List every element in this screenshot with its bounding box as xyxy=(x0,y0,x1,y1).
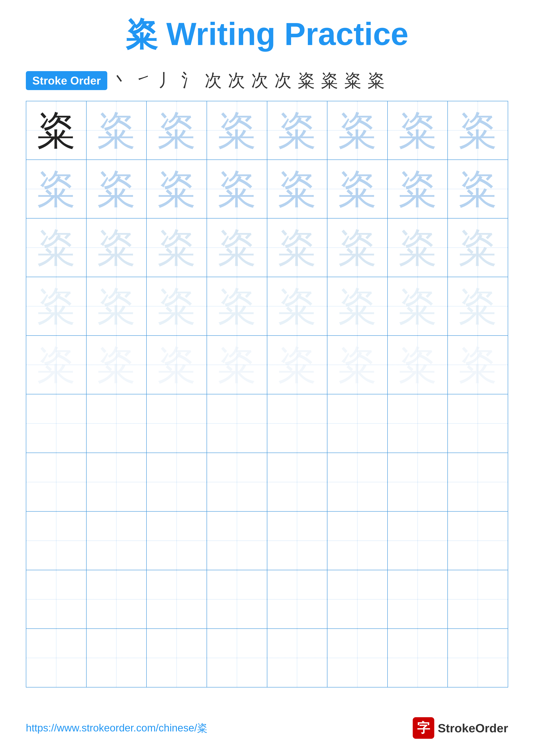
grid-cell[interactable]: 粢 xyxy=(207,101,267,159)
footer-url[interactable]: https://www.strokeorder.com/chinese/粢 xyxy=(26,721,207,735)
title-text: Writing Practice xyxy=(158,16,408,52)
grid-cell[interactable]: 粢 xyxy=(327,336,388,394)
grid-cell[interactable] xyxy=(26,394,87,452)
grid-cell[interactable]: 粢 xyxy=(448,336,508,394)
grid-cell[interactable]: 粢 xyxy=(207,219,267,277)
grid-cell[interactable]: 粢 xyxy=(87,336,147,394)
grid-cell[interactable]: 粢 xyxy=(87,101,147,159)
stroke-order-chars: 丶 ㇀ 丿 氵 次 次 次 次 粢 粢 粢 粢 xyxy=(112,69,385,92)
grid-cell[interactable]: 粢 xyxy=(267,277,328,335)
grid-cell[interactable]: 粢 xyxy=(147,101,207,159)
grid-cell[interactable]: 粢 xyxy=(207,277,267,335)
grid-cell[interactable]: 粢 xyxy=(388,219,448,277)
grid-cell[interactable]: 粢 xyxy=(26,160,87,218)
practice-char: 粢 xyxy=(338,111,377,150)
grid-cell[interactable]: 粢 xyxy=(327,160,388,218)
grid-cell[interactable]: 粢 xyxy=(87,277,147,335)
grid-cell[interactable] xyxy=(267,629,328,687)
grid-cell[interactable]: 粢 xyxy=(87,160,147,218)
grid-cell[interactable]: 粢 xyxy=(388,160,448,218)
grid-cell[interactable] xyxy=(26,629,87,687)
grid-cell[interactable]: 粢 xyxy=(87,219,147,277)
grid-cell[interactable]: 粢 xyxy=(26,336,87,394)
grid-cell[interactable] xyxy=(448,512,508,570)
grid-cell[interactable]: 粢 xyxy=(147,219,207,277)
grid-cell[interactable]: 粢 xyxy=(388,101,448,159)
grid-cell[interactable] xyxy=(207,570,267,629)
grid-cell[interactable]: 粢 xyxy=(207,336,267,394)
practice-char: 粢 xyxy=(398,287,437,326)
grid-cell[interactable]: 粢 xyxy=(26,219,87,277)
grid-cell[interactable] xyxy=(147,570,207,629)
grid-cell[interactable] xyxy=(327,394,388,452)
grid-cell[interactable] xyxy=(448,629,508,687)
grid-cell[interactable]: 粢 xyxy=(267,101,328,159)
grid-cell[interactable] xyxy=(267,453,328,511)
grid-cell[interactable]: 粢 xyxy=(267,160,328,218)
grid-cell[interactable] xyxy=(388,453,448,511)
practice-char: 粢 xyxy=(37,345,76,384)
grid-cell[interactable] xyxy=(87,512,147,570)
grid-row-2: 粢 粢 粢 粢 粢 粢 粢 粢 xyxy=(26,160,508,219)
grid-cell[interactable] xyxy=(147,453,207,511)
grid-cell[interactable]: 粢 xyxy=(448,219,508,277)
grid-cell[interactable]: 粢 xyxy=(147,277,207,335)
grid-cell[interactable]: 粢 xyxy=(327,277,388,335)
grid-cell[interactable] xyxy=(327,570,388,629)
practice-char: 粢 xyxy=(458,287,497,326)
practice-char: 粢 xyxy=(278,345,317,384)
practice-char: 粢 xyxy=(157,228,196,267)
grid-cell[interactable] xyxy=(327,629,388,687)
grid-cell[interactable] xyxy=(267,570,328,629)
grid-cell[interactable] xyxy=(26,453,87,511)
grid-cell[interactable] xyxy=(87,453,147,511)
grid-cell[interactable] xyxy=(327,453,388,511)
grid-cell[interactable] xyxy=(388,394,448,452)
practice-char: 粢 xyxy=(278,170,317,208)
grid-cell[interactable]: 粢 xyxy=(448,277,508,335)
grid-cell[interactable] xyxy=(327,512,388,570)
grid-cell[interactable] xyxy=(388,629,448,687)
practice-char: 粢 xyxy=(458,345,497,384)
grid-cell[interactable]: 粢 xyxy=(147,336,207,394)
grid-cell[interactable] xyxy=(87,394,147,452)
stroke-3: 丿 xyxy=(158,69,175,92)
grid-cell[interactable] xyxy=(448,453,508,511)
grid-cell[interactable] xyxy=(26,570,87,629)
grid-cell[interactable]: 粢 xyxy=(267,219,328,277)
grid-cell[interactable] xyxy=(267,512,328,570)
grid-cell[interactable] xyxy=(207,394,267,452)
grid-cell[interactable]: 粢 xyxy=(388,336,448,394)
grid-cell[interactable]: 粢 xyxy=(26,101,87,159)
grid-cell[interactable] xyxy=(147,629,207,687)
grid-cell[interactable]: 粢 xyxy=(147,160,207,218)
grid-cell[interactable]: 粢 xyxy=(207,160,267,218)
grid-cell[interactable]: 粢 xyxy=(448,160,508,218)
grid-cell[interactable] xyxy=(87,629,147,687)
grid-cell[interactable] xyxy=(147,394,207,452)
grid-cell[interactable] xyxy=(207,512,267,570)
stroke-6: 次 xyxy=(228,69,245,92)
grid-cell[interactable] xyxy=(26,512,87,570)
footer: https://www.strokeorder.com/chinese/粢 字 … xyxy=(26,717,508,739)
grid-cell[interactable] xyxy=(207,453,267,511)
grid-cell[interactable] xyxy=(207,629,267,687)
grid-cell[interactable]: 粢 xyxy=(267,336,328,394)
grid-cell[interactable] xyxy=(388,570,448,629)
grid-cell[interactable] xyxy=(267,394,328,452)
grid-cell[interactable] xyxy=(388,512,448,570)
grid-cell[interactable] xyxy=(87,570,147,629)
grid-row-9 xyxy=(26,570,508,629)
grid-cell[interactable]: 粢 xyxy=(448,101,508,159)
footer-logo: 字 StrokeOrder xyxy=(413,717,508,739)
practice-char: 粢 xyxy=(338,287,377,326)
grid-cell[interactable]: 粢 xyxy=(327,219,388,277)
grid-cell[interactable] xyxy=(448,570,508,629)
stroke-9: 粢 xyxy=(298,69,315,92)
grid-cell[interactable]: 粢 xyxy=(388,277,448,335)
grid-cell[interactable]: 粢 xyxy=(327,101,388,159)
grid-cell[interactable] xyxy=(448,394,508,452)
grid-cell[interactable] xyxy=(147,512,207,570)
grid-row-3: 粢 粢 粢 粢 粢 粢 粢 粢 xyxy=(26,219,508,277)
grid-cell[interactable]: 粢 xyxy=(26,277,87,335)
